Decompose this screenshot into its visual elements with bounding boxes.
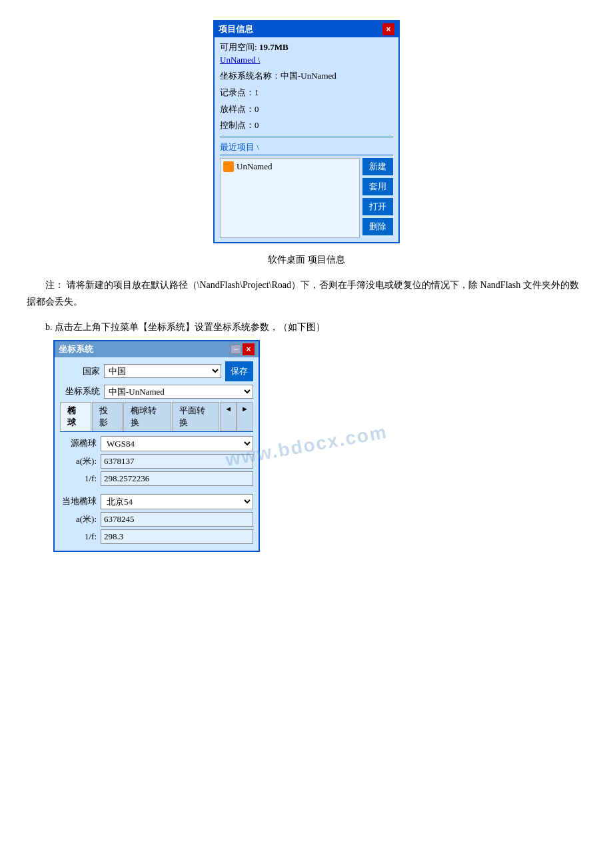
recent-list: UnNamed bbox=[220, 158, 360, 238]
source-ellipsoid-label: 源椭球 bbox=[60, 437, 97, 449]
source-a-label: a(米): bbox=[60, 455, 97, 467]
delete-button[interactable]: 删除 bbox=[362, 218, 393, 235]
recent-section: UnNamed 新建 套用 打开 删除 bbox=[220, 158, 393, 238]
source-f-row: 1/f: bbox=[60, 471, 253, 486]
titlebar-icons: ─ × bbox=[231, 343, 255, 355]
coord-dialog-container: www.bdocx.com 坐标系统 ─ × 国家 中国 保存 坐标系统 中国- bbox=[27, 340, 586, 552]
country-label: 国家 bbox=[60, 365, 100, 377]
coord-system-row: 坐标系统 中国-UnNamed bbox=[60, 385, 253, 399]
tab-arrow-right[interactable]: ► bbox=[237, 402, 253, 431]
coord-dialog-title: 坐标系统 bbox=[59, 343, 93, 355]
tab-ellipsoid[interactable]: 椭球 bbox=[60, 402, 91, 431]
caption-text: 软件桌面 项目信息 bbox=[27, 254, 586, 266]
coord-system-dialog: 坐标系统 ─ × 国家 中国 保存 坐标系统 中国-UnNamed bbox=[53, 340, 260, 552]
coord-system-label: 坐标系统 bbox=[60, 385, 100, 397]
new-button[interactable]: 新建 bbox=[362, 158, 393, 175]
project-dialog-close[interactable]: × bbox=[382, 23, 394, 35]
coord-system-select[interactable]: 中国-UnNamed bbox=[104, 385, 253, 399]
coord-system-name: 坐标系统名称：中国-UnNamed bbox=[220, 69, 393, 83]
step-b-label: b. 点击左上角下拉菜单【坐标系统】设置坐标系统参数，（如下图） bbox=[27, 321, 586, 333]
local-f-row: 1/f: bbox=[60, 529, 253, 544]
coord-dialog-titlebar: 坐标系统 ─ × bbox=[55, 341, 259, 357]
country-select[interactable]: 中国 bbox=[104, 364, 221, 378]
sample-points: 放样点：0 bbox=[220, 103, 393, 117]
source-ellipsoid-select[interactable]: WGS84 bbox=[101, 436, 253, 451]
coord-dialog-body: 国家 中国 保存 坐标系统 中国-UnNamed 椭球 投影 椭球转换 平面转换… bbox=[55, 357, 259, 551]
source-a-row: a(米): bbox=[60, 454, 253, 469]
tab-projection[interactable]: 投影 bbox=[92, 402, 123, 431]
project-info-dialog: 项目信息 × 可用空间: 19.7MB UnNamed \ 坐标系统名称：中国-… bbox=[213, 20, 400, 243]
tab-ellipsoid-transform[interactable]: 椭球转换 bbox=[123, 402, 171, 431]
avail-space-value: 19.7MB bbox=[259, 42, 289, 52]
list-item[interactable]: UnNamed bbox=[223, 161, 356, 172]
apply-button[interactable]: 套用 bbox=[362, 178, 393, 195]
recent-label: 最近项目 \ bbox=[220, 141, 393, 155]
local-a-input[interactable] bbox=[101, 512, 253, 527]
local-f-input[interactable] bbox=[101, 529, 253, 544]
local-a-row: a(米): bbox=[60, 512, 253, 527]
control-points: 控制点：0 bbox=[220, 119, 393, 133]
source-f-label: 1/f: bbox=[60, 473, 97, 484]
source-f-input[interactable] bbox=[101, 471, 253, 486]
record-points: 记录点：1 bbox=[220, 86, 393, 100]
local-a-label: a(米): bbox=[60, 513, 97, 525]
save-button[interactable]: 保存 bbox=[225, 361, 253, 381]
divider bbox=[220, 137, 393, 137]
action-buttons: 新建 套用 打开 删除 bbox=[362, 158, 393, 238]
unnamed-path: UnNamed \ bbox=[220, 55, 393, 65]
recent-item-label: UnNamed bbox=[237, 161, 272, 172]
avail-space-label: 可用空间: bbox=[220, 42, 259, 52]
source-ellipsoid-row: 源椭球 WGS84 bbox=[60, 436, 253, 451]
avail-space-row: 可用空间: 19.7MB bbox=[220, 41, 393, 53]
tab-plane-transform[interactable]: 平面转换 bbox=[172, 402, 219, 431]
local-ellipsoid-row: 当地椭球 北京54 bbox=[60, 494, 253, 509]
local-ellipsoid-label: 当地椭球 bbox=[60, 495, 97, 507]
project-dialog-titlebar: 项目信息 × bbox=[215, 21, 398, 37]
minimize-button[interactable]: ─ bbox=[231, 345, 241, 354]
source-a-input[interactable] bbox=[101, 454, 253, 469]
tab-arrow-left[interactable]: ◄ bbox=[220, 402, 237, 431]
local-ellipsoid-select[interactable]: 北京54 bbox=[101, 494, 253, 509]
country-row: 国家 中国 保存 bbox=[60, 361, 253, 381]
project-icon bbox=[223, 161, 234, 172]
open-button[interactable]: 打开 bbox=[362, 198, 393, 215]
coord-dialog-close[interactable]: × bbox=[243, 343, 255, 355]
project-dialog-title: 项目信息 bbox=[219, 23, 253, 35]
local-f-label: 1/f: bbox=[60, 531, 97, 542]
tabs-row: 椭球 投影 椭球转换 平面转换 ◄ ► bbox=[60, 402, 253, 432]
note-paragraph: 注： 请将新建的项目放在默认路径（\NandFlash\Project\Road… bbox=[27, 277, 586, 310]
